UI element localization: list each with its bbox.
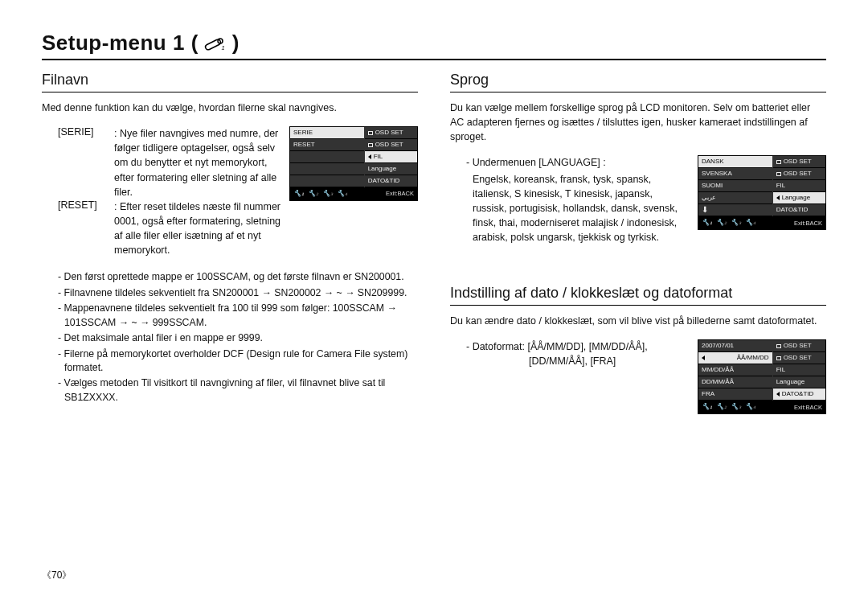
lcd-dato: 2007/07/01ÅÅ/MM/DDMM/DD/ÅÅDD/MM/ÅÅFRAOSD… (698, 339, 826, 414)
def-serie-body: : Nye filer navngives med numre, der føl… (114, 126, 281, 199)
filnavn-heading: Filnavn (42, 72, 418, 92)
definition-list: [SERIE] : Nye filer navngives med numre,… (58, 126, 281, 257)
sprog-sub: - Undermenuen [LANGUAGE] : Engelsk, kore… (466, 155, 686, 245)
defs-and-lcd: [SERIE] : Nye filer navngives med numre,… (42, 126, 418, 265)
def-reset-label: [RESET] (58, 199, 106, 258)
lcd-sprog: DANSKSVENSKASUOMIعربي⬇OSD SETOSD SETFILL… (698, 155, 826, 230)
note-5: - Filerne på memorykortet overholder DCF… (58, 347, 418, 376)
dato-format-text: - Datoformat: [ÅÅ/MM/DD], [MM/DD/ÅÅ], [D… (466, 339, 686, 368)
note-3: - Mappenavnene tildeles sekventielt fra … (58, 302, 418, 330)
page-title-start: Setup-menu 1 ( (42, 31, 199, 55)
note-1: - Den først oprettede mappe er 100SSCAM,… (58, 270, 418, 284)
filnavn-notes: - Den først oprettede mappe er 100SSCAM,… (58, 270, 418, 405)
lcd-filnavn: SERIERESETOSD SETOSD SETFILLanguageDATO&… (289, 126, 418, 201)
def-serie-label: [SERIE] (58, 126, 106, 199)
wrench-icon: 1 (203, 35, 227, 52)
svg-text:1: 1 (221, 43, 224, 51)
page: Setup-menu 1 ( 1 ) Filnavn Med denne fun… (0, 0, 868, 600)
dato-body-and-lcd: - Datoformat: [ÅÅ/MM/DD], [MM/DD/ÅÅ], [D… (466, 339, 826, 414)
dato-intro: Du kan ændre dato / klokkeslæt, som vil … (450, 314, 826, 328)
page-title-close: ) (232, 31, 240, 55)
filnavn-intro: Med denne funktion kan du vælge, hvordan… (42, 101, 418, 115)
def-reset: [RESET] : Efter reset tildeles næste fil… (58, 199, 281, 258)
def-serie: [SERIE] : Nye filer navngives med numre,… (58, 126, 281, 199)
sprog-sub-body: Engelsk, koreansk, fransk, tysk, spansk,… (473, 172, 686, 245)
columns: Filnavn Med denne funktion kan du vælge,… (42, 72, 826, 414)
sprog-heading: Sprog (450, 72, 826, 92)
right-column: Sprog Du kan vælge mellem forskellige sp… (450, 72, 826, 414)
left-column: Filnavn Med denne funktion kan du vælge,… (42, 72, 418, 414)
note-4: - Det maksimale antal filer i en mappe e… (58, 331, 418, 345)
dato-line1: - Datoformat: [ÅÅ/MM/DD], [MM/DD/ÅÅ], (466, 339, 686, 354)
sprog-sub-head: - Undermenuen [LANGUAGE] : (466, 155, 686, 170)
dato-line2: [DD/MM/ÅÅ], [FRA] (466, 354, 686, 368)
page-title-row: Setup-menu 1 ( 1 ) (42, 31, 826, 60)
def-reset-body: : Efter reset tildeles næste fil nummer … (114, 199, 281, 258)
sprog-body-and-lcd: - Undermenuen [LANGUAGE] : Engelsk, kore… (450, 155, 826, 245)
sprog-intro: Du kan vælge mellem forskellige sprog på… (450, 101, 826, 144)
note-6: - Vælges metoden Til visitkort til navng… (58, 376, 418, 405)
page-number: 《70》 (42, 569, 72, 582)
note-2: - Filnavnene tildeles sekventielt fra SN… (58, 286, 418, 300)
dato-heading: Indstilling af dato / klokkeslæt og dato… (450, 285, 826, 306)
